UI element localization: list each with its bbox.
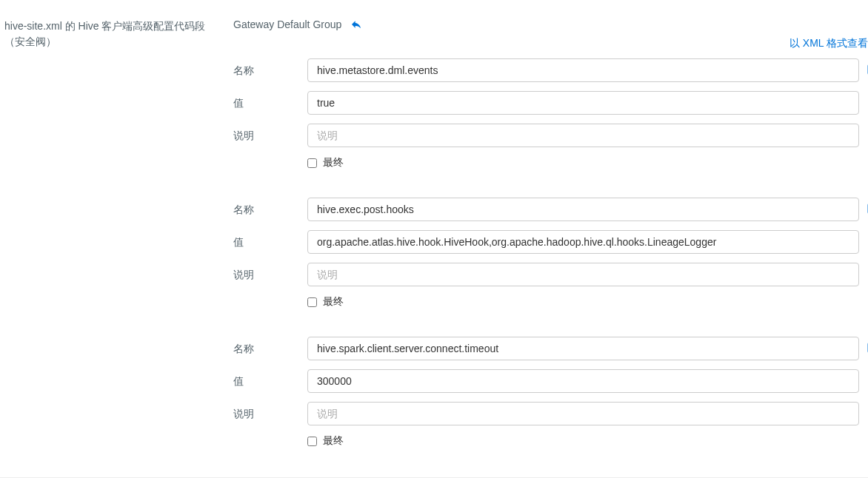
desc-label: 说明 — [233, 128, 307, 143]
final-label[interactable]: 最终 — [323, 295, 344, 309]
desc-input[interactable] — [307, 263, 859, 286]
name-input[interactable] — [307, 198, 859, 221]
view-as-xml-link[interactable]: 以 XML 格式查看 — [789, 37, 868, 50]
value-input[interactable] — [307, 91, 859, 115]
value-label: 值 — [233, 95, 307, 110]
config-snippet-title[interactable]: hive-site.xml 的 Hive 客户端高级配置代码段 （安全阀） — [4, 18, 226, 50]
value-label: 值 — [233, 235, 307, 249]
final-checkbox[interactable] — [307, 297, 317, 307]
config-title-line2: （安全阀） — [4, 36, 56, 47]
value-label: 值 — [233, 374, 307, 388]
desc-label: 说明 — [233, 406, 307, 421]
config-entry: 名称 值 说明 最终 — [233, 198, 859, 309]
config-title-line1: hive-site.xml 的 Hive 客户端高级配置代码段 — [4, 20, 205, 32]
name-input[interactable] — [307, 337, 859, 360]
name-label: 名称 — [233, 202, 307, 217]
final-label[interactable]: 最终 — [323, 434, 344, 448]
value-input[interactable] — [307, 369, 859, 393]
desc-input[interactable] — [307, 124, 859, 147]
group-name: Gateway Default Group — [233, 18, 341, 30]
revert-icon[interactable] — [350, 18, 362, 30]
name-label: 名称 — [233, 63, 307, 78]
config-entry: 名称 值 说明 最终 — [233, 337, 859, 448]
value-input[interactable] — [307, 230, 859, 254]
name-label: 名称 — [233, 341, 307, 356]
final-checkbox[interactable] — [307, 437, 317, 446]
desc-input[interactable] — [307, 402, 859, 425]
config-entry: 名称 值 说明 最终 — [233, 58, 859, 169]
name-input[interactable] — [307, 58, 859, 82]
final-checkbox[interactable] — [307, 158, 317, 168]
final-label[interactable]: 最终 — [323, 156, 344, 169]
desc-label: 说明 — [233, 267, 307, 282]
